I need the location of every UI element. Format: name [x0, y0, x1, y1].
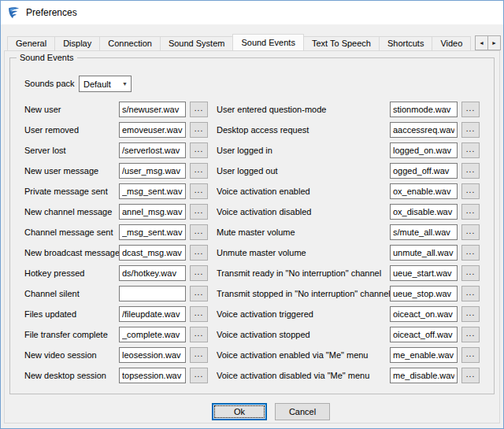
- sound-file-input[interactable]: [119, 183, 186, 199]
- sound-event-label: Voice activation enabled: [217, 187, 390, 196]
- app-icon: [7, 6, 20, 20]
- sound-event-label: Voice activation stopped: [217, 330, 390, 339]
- browse-button[interactable]: ...: [461, 347, 480, 363]
- sound-file-input[interactable]: [390, 183, 458, 199]
- sound-file-input[interactable]: [119, 368, 186, 383]
- sound-event-row: Transmit ready in "No interruption" chan…: [217, 263, 480, 283]
- browse-button[interactable]: ...: [461, 122, 480, 138]
- sound-file-input[interactable]: [119, 163, 186, 179]
- browse-button[interactable]: ...: [190, 122, 208, 138]
- sound-file-input[interactable]: [119, 204, 186, 220]
- sound-file-input[interactable]: [119, 102, 186, 117]
- sound-event-row: Channel message sent ...: [24, 222, 208, 242]
- browse-button[interactable]: ...: [190, 265, 208, 281]
- sound-file-input[interactable]: [390, 224, 458, 240]
- sound-file-input[interactable]: [119, 224, 186, 240]
- sound-events-groupbox: Sound Events Sounds pack Default ▼ New u…: [9, 57, 495, 394]
- browse-button[interactable]: ...: [461, 265, 480, 281]
- sound-event-label: Voice activation enabled via "Me" menu: [217, 350, 390, 360]
- tab[interactable]: General: [7, 36, 55, 50]
- tab[interactable]: Sound Events: [232, 34, 304, 50]
- browse-button[interactable]: ...: [461, 163, 480, 179]
- sound-event-label: Hotkey pressed: [24, 268, 119, 278]
- sound-event-label: Files updated: [24, 309, 119, 319]
- sound-event-row: Hotkey pressed ...: [24, 263, 208, 283]
- tab[interactable]: Connection: [99, 36, 161, 50]
- sound-event-label: User logged out: [217, 166, 390, 176]
- sound-event-row: Voice activation triggered ...: [217, 304, 480, 324]
- sound-event-label: User removed: [24, 125, 119, 135]
- sound-file-input[interactable]: [390, 327, 458, 342]
- browse-button[interactable]: ...: [190, 224, 208, 240]
- browse-button[interactable]: ...: [190, 327, 208, 342]
- sound-file-input[interactable]: [119, 347, 186, 363]
- sound-event-label: Voice activation disabled: [217, 207, 390, 216]
- sound-event-label: New user: [24, 105, 119, 114]
- tab[interactable]: Video: [432, 36, 471, 50]
- tab[interactable]: Sound System: [160, 36, 234, 50]
- sound-event-label: New broadcast message: [24, 248, 119, 257]
- sound-event-row: User logged out ...: [217, 161, 480, 181]
- browse-button[interactable]: ...: [190, 368, 208, 383]
- sound-event-row: User removed ...: [24, 120, 208, 140]
- sound-event-label: Transmit stopped in "No interruption" ch…: [217, 289, 390, 298]
- sound-file-input[interactable]: [119, 286, 186, 301]
- sound-file-input[interactable]: [390, 122, 458, 138]
- sound-event-row: Private message sent ...: [24, 181, 208, 202]
- browse-button[interactable]: ...: [190, 306, 208, 322]
- sound-file-input[interactable]: [119, 265, 186, 281]
- browse-button[interactable]: ...: [461, 204, 480, 220]
- browse-button[interactable]: ...: [190, 245, 208, 261]
- sound-event-row: New video session ...: [24, 345, 208, 365]
- browse-button[interactable]: ...: [190, 183, 208, 199]
- tab[interactable]: Text To Speech: [303, 36, 380, 50]
- sound-file-input[interactable]: [119, 142, 186, 158]
- browse-button[interactable]: ...: [461, 306, 480, 322]
- browse-button[interactable]: ...: [190, 102, 208, 117]
- browse-button[interactable]: ...: [190, 286, 208, 301]
- sound-event-row: User entered question-mode ...: [217, 99, 480, 120]
- tab-scroll-right-button[interactable]: ►: [487, 35, 501, 50]
- sounds-pack-select[interactable]: Default ▼: [79, 76, 132, 92]
- sound-file-input[interactable]: [390, 142, 458, 158]
- sound-file-input[interactable]: [390, 265, 458, 281]
- browse-button[interactable]: ...: [461, 368, 480, 383]
- sound-event-label: User logged in: [217, 146, 390, 155]
- browse-button[interactable]: ...: [461, 224, 480, 240]
- sound-file-input[interactable]: [390, 163, 458, 179]
- tab-scroll-left-button[interactable]: ◄: [475, 35, 488, 50]
- sound-file-input[interactable]: [390, 368, 458, 383]
- sound-file-input[interactable]: [119, 306, 186, 322]
- browse-button[interactable]: ...: [190, 142, 208, 158]
- browse-button[interactable]: ...: [190, 204, 208, 220]
- browse-button[interactable]: ...: [461, 142, 480, 158]
- sound-file-input[interactable]: [390, 204, 458, 220]
- sound-event-label: Transmit ready in "No interruption" chan…: [217, 268, 390, 278]
- sound-file-input[interactable]: [119, 122, 186, 138]
- sound-file-input[interactable]: [390, 306, 458, 322]
- browse-button[interactable]: ...: [190, 347, 208, 363]
- sound-event-row: Voice activation enabled via "Me" menu .…: [217, 345, 480, 365]
- ok-button[interactable]: Ok: [212, 403, 267, 420]
- cancel-button[interactable]: Cancel: [275, 403, 330, 420]
- browse-button[interactable]: ...: [461, 245, 480, 261]
- browse-button[interactable]: ...: [461, 102, 480, 117]
- browse-button[interactable]: ...: [461, 183, 480, 199]
- browse-button[interactable]: ...: [190, 163, 208, 179]
- sound-file-input[interactable]: [119, 245, 186, 261]
- sound-file-input[interactable]: [119, 327, 186, 342]
- sound-file-input[interactable]: [390, 286, 458, 301]
- sound-file-input[interactable]: [390, 347, 458, 363]
- sound-file-input[interactable]: [390, 102, 458, 117]
- titlebar[interactable]: Preferences: [1, 1, 503, 24]
- sound-event-row: New desktop session ...: [24, 365, 208, 386]
- tab[interactable]: Display: [54, 36, 100, 50]
- browse-button[interactable]: ...: [461, 327, 480, 342]
- sound-event-label: Server lost: [24, 146, 119, 155]
- sound-file-input[interactable]: [390, 245, 458, 261]
- sound-event-row: User logged in ...: [217, 140, 480, 161]
- sound-events-right-column: User entered question-mode ... Desktop a…: [217, 99, 480, 386]
- browse-button[interactable]: ...: [461, 286, 480, 301]
- tab[interactable]: Shortcuts: [379, 36, 432, 50]
- sound-event-row: Server lost ...: [24, 140, 208, 161]
